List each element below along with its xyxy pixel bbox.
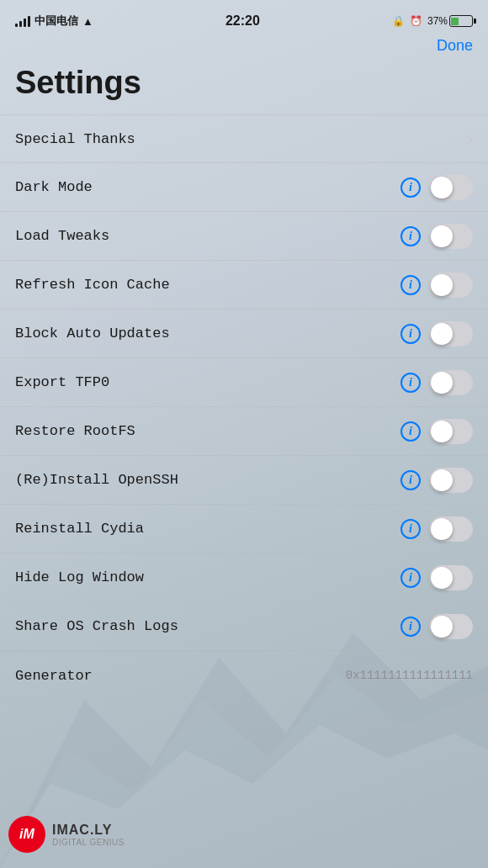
info-icon-export-tfp0[interactable]: i: [400, 373, 421, 393]
row-block-auto-updates: Block Auto Updates i: [0, 310, 488, 358]
row-dark-mode: Dark Mode i: [0, 163, 488, 212]
toggle-export-tfp0[interactable]: [429, 370, 473, 395]
row-controls-refresh-icon-cache: i: [400, 273, 473, 298]
watermark-tagline: DIGITAL GENIUS: [52, 838, 125, 847]
row-load-tweaks: Load Tweaks i: [0, 212, 488, 261]
nav-bar: Done: [0, 37, 488, 61]
row-controls-share-os-crash-logs: i: [400, 614, 473, 639]
alarm-icon: ⏰: [410, 15, 422, 27]
row-restore-rootfs: Restore RootFS i: [0, 407, 488, 456]
row-label-share-os-crash-logs: Share OS Crash Logs: [15, 618, 400, 634]
toggle-reinstall-openssh[interactable]: [429, 468, 473, 493]
row-label-restore-rootfs: Restore RootFS: [15, 423, 400, 439]
row-controls-block-auto-updates: i: [400, 321, 473, 347]
row-hide-log-window: Hide Log Window i: [0, 553, 488, 602]
generator-value: 0x1111111111111111: [346, 669, 473, 682]
info-icon-refresh-icon-cache[interactable]: i: [400, 275, 421, 295]
lock-icon: 🔒: [392, 15, 405, 27]
info-icon-block-auto-updates[interactable]: i: [400, 324, 421, 344]
row-reinstall-cydia: Reinstall Cydia i: [0, 505, 488, 553]
row-label-block-auto-updates: Block Auto Updates: [15, 326, 400, 341]
row-controls-restore-rootfs: i: [400, 419, 473, 444]
carrier-label: 中国电信: [34, 13, 78, 29]
settings-list: Special Thanks › Dark Mode i Load Tweaks…: [0, 114, 488, 700]
signal-icon: [15, 15, 30, 27]
row-controls-reinstall-openssh: i: [400, 468, 473, 493]
toggle-dark-mode[interactable]: [429, 175, 473, 200]
row-controls-reinstall-cydia: i: [400, 516, 473, 542]
toggle-reinstall-cydia[interactable]: [429, 516, 473, 542]
row-controls-dark-mode: i: [400, 175, 473, 200]
toggle-load-tweaks[interactable]: [429, 224, 473, 249]
generator-label: Generator: [15, 668, 116, 684]
chevron-right-icon: ›: [468, 130, 473, 148]
battery-container: 37%: [427, 15, 473, 27]
toggle-block-auto-updates[interactable]: [429, 321, 473, 347]
info-icon-reinstall-openssh[interactable]: i: [400, 470, 421, 490]
row-label-reinstall-cydia: Reinstall Cydia: [15, 521, 400, 537]
row-generator[interactable]: Generator 0x1111111111111111: [0, 651, 488, 700]
info-icon-hide-log-window[interactable]: i: [400, 568, 421, 588]
battery-percentage: 37%: [427, 15, 448, 27]
status-bar: 中国电信 ▲ 22:20 🔒 ⏰ 37%: [0, 0, 488, 37]
time-label: 22:20: [225, 13, 260, 29]
row-controls-export-tfp0: i: [400, 370, 473, 395]
info-icon-restore-rootfs[interactable]: i: [400, 421, 421, 442]
row-label-special-thanks: Special Thanks: [15, 131, 468, 147]
row-reinstall-openssh: (Re)Install OpenSSH i: [0, 456, 488, 505]
page-title: Settings: [0, 61, 488, 114]
info-icon-share-os-crash-logs[interactable]: i: [400, 617, 421, 637]
info-icon-dark-mode[interactable]: i: [400, 177, 421, 198]
watermark-logo: iM: [8, 816, 45, 853]
watermark: iM IMAC.LY DIGITAL GENIUS: [8, 816, 125, 853]
row-label-dark-mode: Dark Mode: [15, 179, 400, 195]
row-export-tfp0: Export TFP0 i: [0, 358, 488, 407]
row-special-thanks[interactable]: Special Thanks ›: [0, 114, 488, 163]
info-icon-load-tweaks[interactable]: i: [400, 226, 421, 246]
status-right: 🔒 ⏰ 37%: [392, 15, 473, 27]
row-controls-special-thanks: ›: [468, 130, 473, 148]
toggle-restore-rootfs[interactable]: [429, 419, 473, 444]
toggle-hide-log-window[interactable]: [429, 565, 473, 590]
toggle-refresh-icon-cache[interactable]: [429, 273, 473, 298]
watermark-text: IMAC.LY DIGITAL GENIUS: [52, 823, 125, 847]
row-share-os-crash-logs: Share OS Crash Logs i: [0, 602, 488, 651]
row-label-export-tfp0: Export TFP0: [15, 374, 400, 390]
row-label-load-tweaks: Load Tweaks: [15, 228, 400, 244]
row-refresh-icon-cache: Refresh Icon Cache i: [0, 261, 488, 310]
watermark-brand: IMAC.LY: [52, 823, 125, 838]
status-left: 中国电信 ▲: [15, 13, 93, 29]
wifi-icon: ▲: [82, 15, 93, 28]
row-label-hide-log-window: Hide Log Window: [15, 569, 400, 585]
row-label-reinstall-openssh: (Re)Install OpenSSH: [15, 472, 400, 488]
row-label-refresh-icon-cache: Refresh Icon Cache: [15, 277, 400, 293]
battery-icon: [449, 15, 473, 27]
row-controls-hide-log-window: i: [400, 565, 473, 590]
row-controls-load-tweaks: i: [400, 224, 473, 249]
info-icon-reinstall-cydia[interactable]: i: [400, 519, 421, 539]
toggle-share-os-crash-logs[interactable]: [429, 614, 473, 639]
done-button[interactable]: Done: [437, 37, 473, 55]
